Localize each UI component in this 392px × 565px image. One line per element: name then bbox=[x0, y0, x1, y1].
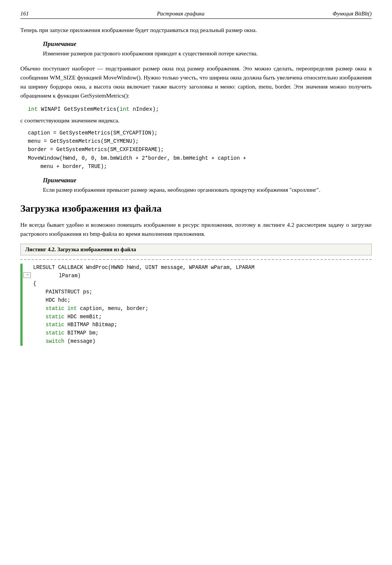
space-4 bbox=[23, 305, 30, 313]
code-line-b2: lParam) bbox=[31, 272, 81, 280]
note-2-text: Если размер изображения превысит размер … bbox=[43, 186, 349, 194]
note-1-text: Изменение размеров растрового изображени… bbox=[43, 49, 349, 58]
code-line-b6: static int caption, menu, border; bbox=[30, 305, 148, 313]
code-line-1: caption = GetSystemMetrics(SM_CYCAPTION)… bbox=[28, 129, 372, 137]
space-3 bbox=[23, 296, 30, 305]
code-line-4: MoveWindow(hWnd, 0, 0, bm.bmWidth + 2*bo… bbox=[28, 154, 372, 162]
note-1-title: Примечание bbox=[43, 41, 349, 47]
code-inline-1: WINAPI GetSystemMetrics( bbox=[38, 106, 120, 112]
code-line-b3: { bbox=[30, 280, 36, 288]
space-5 bbox=[23, 313, 30, 321]
code-line-b8: static HBITMAP hBitmap; bbox=[30, 321, 117, 329]
code-block-row-8: static HBITMAP hBitmap; bbox=[23, 321, 372, 329]
code-block-row-10: switch (message) bbox=[23, 337, 372, 346]
space-8 bbox=[23, 337, 30, 346]
code-line-b1: LRESULT CALLBACK WndProc(HWND hWnd, UINT… bbox=[30, 264, 255, 272]
keyword-int-1: int bbox=[28, 106, 38, 112]
code-block-2-outer: LRESULT CALLBACK WndProc(HWND hWnd, UINT… bbox=[20, 264, 372, 346]
listing-label: Листинг 4.2. Загрузка изображения из фай… bbox=[20, 244, 372, 255]
page-number: 161 bbox=[20, 11, 29, 17]
space-1 bbox=[23, 280, 30, 288]
page-header: 161 Растровая графика Функция BitBlt() bbox=[20, 11, 372, 19]
space-7 bbox=[23, 329, 30, 337]
code-block-row-6: static int caption, menu, border; bbox=[23, 305, 372, 313]
fold-minus-icon[interactable]: − bbox=[23, 272, 31, 278]
code-block-row-7: static HDC memBit; bbox=[23, 313, 372, 321]
code-inline-block: int WINAPI GetSystemMetrics(int nIndex); bbox=[28, 105, 372, 112]
code-block-row-1: LRESULT CALLBACK WndProc(HWND hWnd, UINT… bbox=[23, 264, 372, 272]
note-2-title: Примечание bbox=[43, 177, 349, 184]
code-line-b7: static HDC memBit; bbox=[30, 313, 102, 321]
keyword-int-2: int bbox=[120, 106, 130, 112]
code-line-b10: switch (message) bbox=[30, 337, 96, 346]
space-6 bbox=[23, 321, 30, 329]
left-chapter-title: Растровая графика bbox=[157, 11, 204, 17]
code-section-1: caption = GetSystemMetrics(SM_CYCAPTION)… bbox=[28, 129, 372, 171]
code-line-b4: PAINTSTRUCT ps; bbox=[30, 288, 92, 296]
code-inline-2: nIndex); bbox=[130, 106, 159, 112]
section-heading: Загрузка изображения из файла bbox=[20, 202, 372, 215]
code-line-b5: HDC hdc; bbox=[30, 296, 70, 305]
space-2 bbox=[23, 288, 30, 296]
page: 161 Растровая графика Функция BitBlt() Т… bbox=[0, 0, 392, 361]
fold-icon-empty bbox=[23, 264, 30, 270]
code-block-row-9: static BITMAP bm; bbox=[23, 329, 372, 337]
code-block-row-2: − lParam) bbox=[23, 272, 372, 280]
after-inline-text: с соответствующим значением индекса. bbox=[20, 116, 372, 125]
code-block-row-4: PAINTSTRUCT ps; bbox=[23, 288, 372, 296]
code-line-b9: static BITMAP bm; bbox=[30, 329, 99, 337]
code-line-3: border = GetSystemMetrics(SM_CXFIXEDFRAM… bbox=[28, 145, 372, 154]
section-body: Не всегда бывает удобно и возможно помещ… bbox=[20, 220, 372, 238]
note-block-1: Примечание Изменение размеров растрового… bbox=[43, 41, 349, 58]
code-block-row-3: { bbox=[23, 280, 372, 288]
note-block-2: Примечание Если размер изображения превы… bbox=[43, 177, 349, 194]
code-block-2-inner: LRESULT CALLBACK WndProc(HWND hWnd, UINT… bbox=[23, 264, 372, 346]
code-line-5: menu + border, TRUE); bbox=[28, 162, 372, 171]
right-chapter-title: Функция BitBlt() bbox=[333, 11, 372, 17]
code-line-2: menu = GetSystemMetrics(SM_CYMENU); bbox=[28, 137, 372, 145]
body-paragraph-2: Обычно поступают наоборот — подстраивают… bbox=[20, 64, 372, 100]
listing-separator bbox=[20, 259, 372, 260]
intro-paragraph: Теперь при запуске приложения изображени… bbox=[20, 26, 372, 35]
code-block-row-5: HDC hdc; bbox=[23, 296, 372, 305]
